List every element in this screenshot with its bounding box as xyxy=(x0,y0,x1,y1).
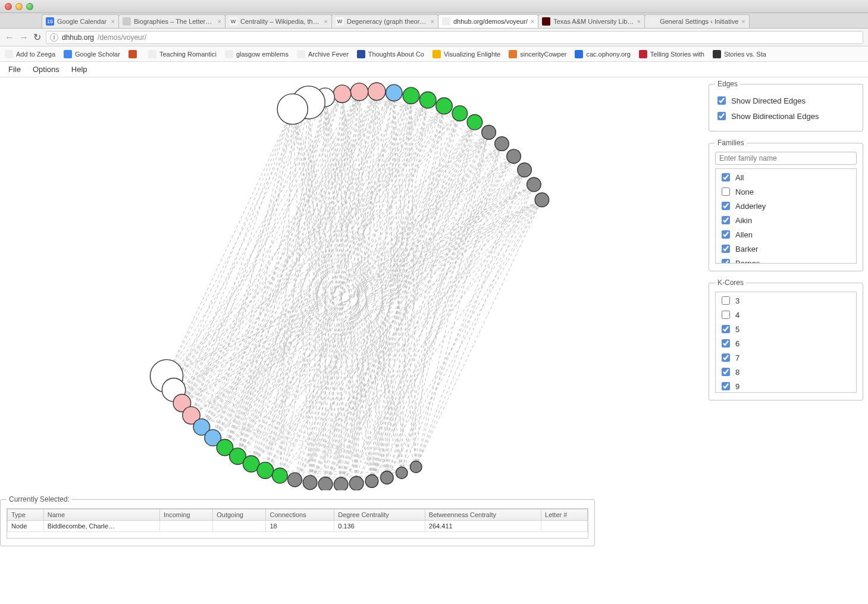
browser-tab[interactable]: Biographies – The Letters of× xyxy=(118,14,225,28)
tab-close-icon[interactable]: × xyxy=(637,18,641,25)
bookmark-item[interactable]: cac.ophony.org xyxy=(575,50,630,58)
selected-column-header[interactable]: Name xyxy=(43,509,159,521)
families-list[interactable]: AllNoneAdderleyAikinAllenBarkerBarnesBed… xyxy=(715,168,857,264)
graph-node[interactable] xyxy=(368,83,386,101)
graph-node[interactable] xyxy=(303,475,317,490)
tab-close-icon[interactable]: × xyxy=(431,18,434,25)
kcore-item[interactable]: 6 xyxy=(716,336,856,350)
browser-tab[interactable]: dhhub.org/demos/voyeur/× xyxy=(438,14,538,28)
kcore-checkbox[interactable] xyxy=(722,296,730,305)
kcore-checkbox[interactable] xyxy=(722,339,730,348)
menu-options[interactable]: Options xyxy=(33,65,59,74)
family-item[interactable]: Barnes xyxy=(716,256,856,264)
kcore-item[interactable]: 5 xyxy=(716,322,856,336)
tab-close-icon[interactable]: × xyxy=(324,18,328,25)
bookmark-item[interactable]: Telling Stories with xyxy=(639,50,704,58)
selected-column-header[interactable]: Degree Centrality xyxy=(334,509,425,521)
show-bidirectional-edges-input[interactable] xyxy=(717,112,726,120)
bookmark-item[interactable]: Stories vs. Sta xyxy=(713,50,766,58)
family-checkbox[interactable] xyxy=(722,245,730,253)
family-checkbox[interactable] xyxy=(722,259,730,264)
graph-node[interactable] xyxy=(333,85,351,103)
family-item[interactable]: None xyxy=(716,184,856,199)
bookmark-item[interactable] xyxy=(129,50,140,58)
back-button[interactable]: ← xyxy=(5,32,14,43)
graph-node[interactable] xyxy=(482,126,496,140)
graph-node[interactable] xyxy=(381,471,394,484)
graph-node[interactable] xyxy=(334,477,348,490)
family-item[interactable]: All xyxy=(716,170,856,184)
family-checkbox[interactable] xyxy=(722,187,730,196)
kcore-checkbox[interactable] xyxy=(722,311,730,319)
table-row[interactable]: NodeBiddlecombe, Charle…180.136264.411 xyxy=(8,521,588,532)
kcore-item[interactable]: 7 xyxy=(716,350,856,365)
graph-node[interactable] xyxy=(527,177,541,192)
graph-node[interactable] xyxy=(495,137,509,151)
family-item[interactable]: Allen xyxy=(716,227,856,242)
graph-node[interactable] xyxy=(507,149,521,164)
graph-canvas[interactable] xyxy=(5,80,704,490)
bookmark-item[interactable]: sincerityCowper xyxy=(509,50,566,58)
browser-tab[interactable]: General Settings ‹ Initiative× xyxy=(644,14,750,28)
tab-close-icon[interactable]: × xyxy=(741,18,745,25)
family-checkbox[interactable] xyxy=(722,173,730,181)
kcore-item[interactable]: 8 xyxy=(716,365,856,379)
kcore-checkbox[interactable] xyxy=(722,368,730,376)
graph-node[interactable] xyxy=(467,114,482,130)
graph-node[interactable] xyxy=(386,85,402,101)
graph-node[interactable] xyxy=(419,92,436,108)
family-item[interactable]: Adderley xyxy=(716,199,856,213)
graph-node[interactable] xyxy=(410,461,422,473)
graph-node[interactable] xyxy=(396,467,408,479)
tab-close-icon[interactable]: × xyxy=(531,18,534,25)
address-bar[interactable]: dhhub.org/demos/voyeur/ xyxy=(46,31,863,44)
graph-node[interactable] xyxy=(257,462,274,479)
bookmark-item[interactable]: glasgow emblems xyxy=(225,50,289,58)
selected-column-header[interactable]: Letter # xyxy=(541,509,588,521)
menu-help[interactable]: Help xyxy=(71,65,87,74)
family-checkbox[interactable] xyxy=(722,230,730,239)
show-bidirectional-edges-checkbox[interactable]: Show Bidirectional Edges xyxy=(715,108,857,124)
selected-column-header[interactable]: Outgoing xyxy=(213,509,266,521)
kcore-checkbox[interactable] xyxy=(722,325,730,333)
show-directed-edges-checkbox[interactable]: Show Directed Edges xyxy=(715,93,857,108)
reload-button[interactable]: ↻ xyxy=(33,32,41,43)
close-window-button[interactable] xyxy=(5,3,12,10)
zoom-window-button[interactable] xyxy=(26,3,33,10)
browser-tab[interactable]: WCentrality – Wikipedia, the fr× xyxy=(225,14,332,28)
graph-node[interactable] xyxy=(518,163,532,177)
graph-node[interactable] xyxy=(365,475,378,488)
family-item[interactable]: Barker xyxy=(716,242,856,256)
selected-column-header[interactable]: Betweenness Centralty xyxy=(425,509,541,521)
kcore-checkbox[interactable] xyxy=(722,382,730,390)
selected-column-header[interactable]: Incoming xyxy=(160,509,213,521)
bookmark-item[interactable]: Add to Zeega xyxy=(5,50,55,58)
tab-close-icon[interactable]: × xyxy=(111,18,115,25)
graph-node[interactable] xyxy=(318,477,333,490)
bookmark-item[interactable]: Teaching Romantici xyxy=(148,50,217,58)
family-checkbox[interactable] xyxy=(722,216,730,224)
bookmark-item[interactable]: Thoughts About Co xyxy=(357,50,424,58)
graph-node[interactable] xyxy=(272,468,288,484)
kcore-checkbox[interactable] xyxy=(722,353,730,362)
bookmark-item[interactable]: Visualizing Enlighte xyxy=(433,50,500,58)
graph-node[interactable] xyxy=(436,98,453,114)
kcores-list[interactable]: 34567891011 xyxy=(715,292,857,393)
selected-column-header[interactable]: Type xyxy=(8,509,44,521)
tab-close-icon[interactable]: × xyxy=(218,18,221,25)
kcore-item[interactable]: 4 xyxy=(716,308,856,322)
browser-tab[interactable]: Texas A&M University Librari× xyxy=(538,14,645,28)
graph-node[interactable] xyxy=(288,472,302,487)
menu-file[interactable]: File xyxy=(8,65,21,74)
family-item[interactable]: Aikin xyxy=(716,213,856,227)
show-directed-edges-input[interactable] xyxy=(717,96,726,105)
graph-node[interactable] xyxy=(535,193,549,207)
kcore-item[interactable]: 9 xyxy=(716,379,856,393)
graph-node[interactable] xyxy=(452,106,468,121)
minimize-window-button[interactable] xyxy=(15,3,23,10)
graph-node[interactable] xyxy=(277,94,308,124)
bookmark-item[interactable]: Google Scholar xyxy=(64,50,120,58)
graph-node[interactable] xyxy=(350,83,368,101)
selected-column-header[interactable]: Connections xyxy=(266,509,334,521)
browser-tab[interactable]: WDegeneracy (graph theory) –× xyxy=(331,14,438,28)
